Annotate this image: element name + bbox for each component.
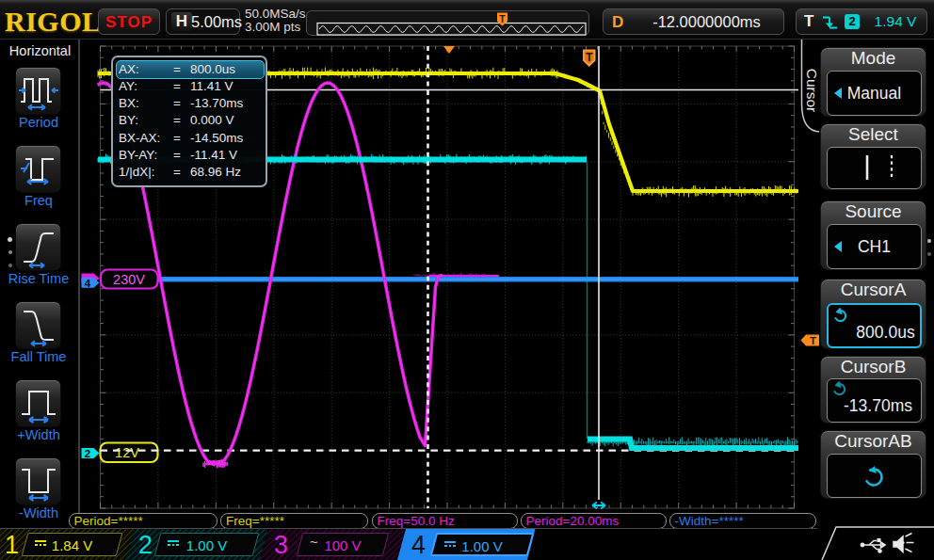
- svg-text:2: 2: [85, 448, 90, 459]
- svg-text:12V: 12V: [115, 445, 139, 460]
- svg-text:4: 4: [85, 278, 91, 289]
- svg-text:T: T: [586, 51, 593, 64]
- svg-text:230V: 230V: [113, 272, 145, 287]
- svg-text:T: T: [499, 13, 506, 24]
